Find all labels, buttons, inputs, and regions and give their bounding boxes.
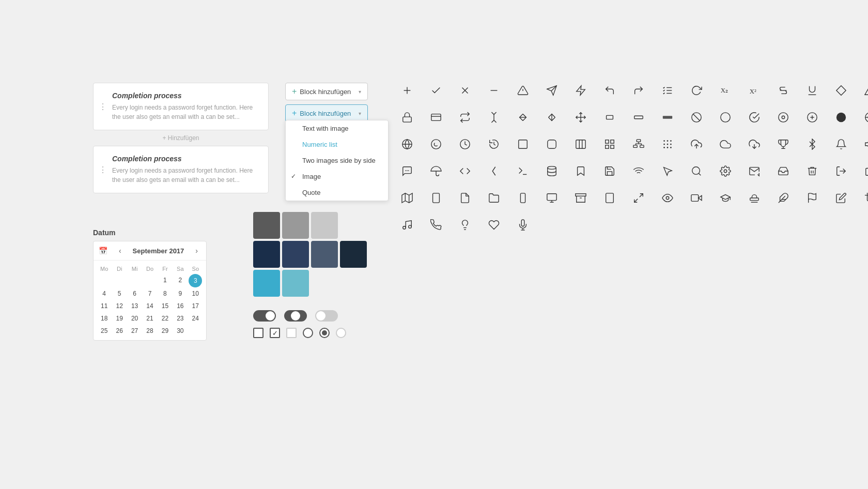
cal-day-18[interactable]: 18: [97, 312, 112, 325]
menu-item-two-images[interactable]: Two images side by side: [286, 152, 388, 169]
cal-day-20[interactable]: 20: [127, 312, 142, 325]
superscript-icon[interactable]: X²: [744, 80, 765, 101]
underline-icon[interactable]: [802, 80, 823, 101]
archive-icon[interactable]: [570, 188, 591, 208]
chat-dots-icon[interactable]: [397, 161, 417, 181]
lock-icon[interactable]: [397, 107, 417, 128]
diamond-icon[interactable]: [831, 80, 851, 101]
database-icon[interactable]: [541, 161, 562, 181]
mobile-icon[interactable]: [513, 188, 533, 208]
cloud-down-icon[interactable]: [744, 134, 765, 155]
cal-next-button[interactable]: ›: [192, 246, 201, 256]
drag-handle-2[interactable]: ⋮: [99, 165, 107, 175]
copyright-icon[interactable]: [426, 134, 446, 155]
cal-day-14[interactable]: 14: [142, 300, 157, 312]
refresh-icon[interactable]: [686, 80, 707, 101]
floppy-icon[interactable]: [599, 161, 620, 181]
trash-icon[interactable]: [802, 161, 823, 181]
list-check-icon[interactable]: [657, 80, 678, 101]
grid4-icon[interactable]: [599, 134, 620, 155]
mic-icon[interactable]: [513, 215, 533, 235]
subscript-icon[interactable]: X₂: [715, 80, 736, 101]
rect-full-icon[interactable]: [657, 107, 678, 128]
cal-day-7[interactable]: 7: [142, 287, 157, 300]
arrows-ud-icon[interactable]: [484, 107, 504, 128]
cal-day-12[interactable]: 12: [112, 300, 127, 312]
tablet-icon[interactable]: [599, 188, 620, 208]
pencil-icon[interactable]: [831, 188, 851, 208]
cal-day-21[interactable]: 21: [142, 312, 157, 325]
no-icon[interactable]: [686, 107, 707, 128]
cal-day-17[interactable]: 17: [188, 300, 203, 312]
map-icon[interactable]: [397, 188, 417, 208]
doc-icon[interactable]: [455, 188, 475, 208]
columns3-icon[interactable]: [570, 134, 591, 155]
swatch-gray-dark[interactable]: [253, 212, 280, 239]
checkbox-light[interactable]: [286, 328, 297, 338]
plus-icon[interactable]: [397, 80, 417, 101]
umbrella-icon[interactable]: [426, 161, 446, 181]
cloud-icon[interactable]: [715, 134, 736, 155]
radio-checked[interactable]: [319, 328, 330, 338]
rect-wide-icon[interactable]: [628, 107, 649, 128]
phone-page-icon[interactable]: [426, 188, 446, 208]
circle-icon[interactable]: [715, 107, 736, 128]
cal-day-9[interactable]: 9: [173, 287, 188, 300]
swatch-navy-1[interactable]: [253, 241, 280, 268]
flag-icon[interactable]: [802, 188, 823, 208]
share-box-icon[interactable]: [860, 161, 868, 181]
add-hint[interactable]: + Hinzufügen: [93, 134, 269, 142]
cal-day-6[interactable]: 6: [127, 287, 142, 300]
cal-day-11[interactable]: 11: [97, 300, 112, 312]
drag-handle-1[interactable]: ⋮: [99, 102, 107, 112]
checkbox-checked[interactable]: [270, 328, 280, 338]
arrows-v-icon[interactable]: [541, 107, 562, 128]
lightning-icon[interactable]: [570, 80, 591, 101]
swatch-navy-4[interactable]: [340, 241, 367, 268]
cal-day-8[interactable]: 8: [158, 287, 173, 300]
cal-day-2[interactable]: 2: [173, 274, 188, 287]
bluetooth-icon[interactable]: [802, 134, 823, 155]
cal-day-15[interactable]: 15: [158, 300, 173, 312]
menu-item-numeric-list[interactable]: Numeric list: [286, 136, 388, 152]
swatch-gray-light[interactable]: [311, 212, 338, 239]
cal-day-1[interactable]: 1: [158, 274, 173, 287]
move-icon[interactable]: [570, 107, 591, 128]
arrows-h-icon[interactable]: [513, 107, 533, 128]
cal-day-16[interactable]: 16: [173, 300, 188, 312]
bell-icon[interactable]: [831, 134, 851, 155]
times-icon[interactable]: [455, 80, 475, 101]
cal-day-22[interactable]: 22: [158, 312, 173, 325]
menu-item-quote[interactable]: Quote: [286, 185, 388, 201]
volume-icon[interactable]: [860, 134, 868, 155]
crop-icon[interactable]: [860, 188, 868, 208]
cal-day-24[interactable]: 24: [188, 312, 203, 325]
toggle-off[interactable]: [315, 310, 338, 322]
cal-day-4[interactable]: 4: [97, 287, 112, 300]
undo-icon[interactable]: [599, 80, 620, 101]
minus-icon[interactable]: [484, 80, 504, 101]
cal-day-23[interactable]: 23: [173, 312, 188, 325]
mountain-icon[interactable]: [860, 80, 868, 101]
code-icon[interactable]: [455, 161, 475, 181]
camera-movie-icon[interactable]: [686, 188, 707, 208]
circle-filled-icon[interactable]: [831, 107, 851, 128]
tree-icon[interactable]: [628, 134, 649, 155]
pointer-icon[interactable]: [657, 161, 678, 181]
toggle-on[interactable]: [253, 310, 276, 322]
cal-day-27[interactable]: 27: [127, 325, 142, 337]
inbox-icon[interactable]: [773, 161, 794, 181]
globe-icon[interactable]: [860, 107, 868, 128]
arrows-lr-angle-icon[interactable]: [484, 161, 504, 181]
mail-in-icon[interactable]: [744, 161, 765, 181]
cloud-up-icon[interactable]: [686, 134, 707, 155]
swatch-teal-2[interactable]: [282, 270, 309, 297]
circle-check-icon[interactable]: [744, 107, 765, 128]
radio-unchecked[interactable]: [303, 328, 313, 338]
terminal-icon[interactable]: [513, 161, 533, 181]
grid-dots-icon[interactable]: [657, 134, 678, 155]
swatch-navy-2[interactable]: [282, 241, 309, 268]
monitor-icon[interactable]: [541, 188, 562, 208]
logout-icon[interactable]: [831, 161, 851, 181]
checkbox-unchecked[interactable]: [253, 328, 264, 338]
